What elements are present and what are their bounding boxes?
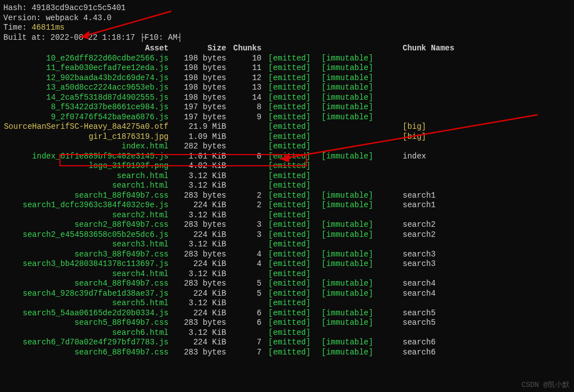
table-row: search2_e454583658c05b2e5dc6.js224 KiB3[… [3,230,572,240]
table-row: 9_2f07476f542ba9ea6876.js197 bytes9[emit… [3,113,572,123]
version-label: Version: [3,13,41,22]
table-row: 14_2ca5f5318d87d4902555.js198 bytes14[em… [3,93,572,103]
table-row: index_61f1e889bf9c402e3145.js1.01 KiB0[e… [3,152,572,162]
table-row: search2.html3.12 KiB[emitted] [3,211,572,221]
table-row: search1_88f049b7.css283 bytes2[emitted][… [3,191,572,201]
table-row: search4_928c39d7fabe1d38ae37.js224 KiB5[… [3,289,572,299]
table-row: index.html282 bytes[emitted] [3,142,572,152]
table-row: 13_a50d8cc2224acc9653eb.js198 bytes13[em… [3,83,572,93]
table-row: search4.html3.12 KiB[emitted] [3,269,572,279]
table-row: girl_c1876319.jpg1.09 MiB[emitted][big] [3,132,572,142]
table-row: search2_88f049b7.css283 bytes3[emitted][… [3,220,572,230]
asset-table: Asset Size Chunks Chunk Names 10_e26dff8… [3,44,572,357]
table-row: 11_feab030ecfad7ee12eda.js198 bytes11[em… [3,63,572,73]
table-row: search6_88f049b7.css283 bytes7[emitted][… [3,348,572,358]
table-row: search5_88f049b7.css283 bytes6[emitted][… [3,318,572,328]
hash-value: 49183cd9acc91c5c5401 [31,3,125,12]
table-row: search6_7d70a02e4f297bfd7783.js224 KiB7[… [3,338,572,348]
watermark: CSDN @凯小默 [521,381,570,390]
col-chunks: Chunks [231,44,268,54]
col-asset: Asset [3,44,173,54]
table-row: search.html3.12 KiB[emitted] [3,171,572,181]
table-row: 10_e26dff822d60cdbe2566.js198 bytes10[em… [3,54,572,64]
version-value: webpack 4.43.0 [46,13,112,22]
table-row: search5.html3.12 KiB[emitted] [3,298,572,309]
time-label: Time: [3,23,27,32]
table-row: logo_31f9193f.png4.02 KiB[emitted] [3,161,572,171]
table-row: search5_54aa06165de2d20b0334.js224 KiB6[… [3,309,572,319]
time-value: 46811ms [31,23,64,32]
table-row: SourceHanSerifSC-Heavy_8a4275a0.otf21.9 … [3,122,572,132]
table-row: search6.html3.12 KiB[emitted] [3,328,572,338]
table-row: search1.html3.12 KiB[emitted] [3,181,572,191]
table-header: Asset Size Chunks Chunk Names [3,44,572,54]
table-row: search3_bb42803841378c113697.js224 KiB4[… [3,259,572,269]
table-row: search4_88f049b7.css283 bytes5[emitted][… [3,279,572,289]
table-row: 12_902baada43b2dc69de74.js198 bytes12[em… [3,73,572,83]
built-value: 2022-08-22 1:18:17 ├F10: AM┤ [50,33,182,42]
col-chunk-names: Chunk Names [386,44,572,54]
table-row: 8_f53422d37be8661ce984.js197 bytes8[emit… [3,102,572,113]
table-row: search3.html3.12 KiB[emitted] [3,240,572,250]
hash-label: Hash: [3,3,27,12]
col-size: Size [173,44,231,54]
table-row: search1_dcfc3963c384f4032c9e.js224 KiB2[… [3,200,572,211]
table-row: search3_88f049b7.css283 bytes4[emitted][… [3,250,572,260]
built-label: Built at: [3,33,46,42]
